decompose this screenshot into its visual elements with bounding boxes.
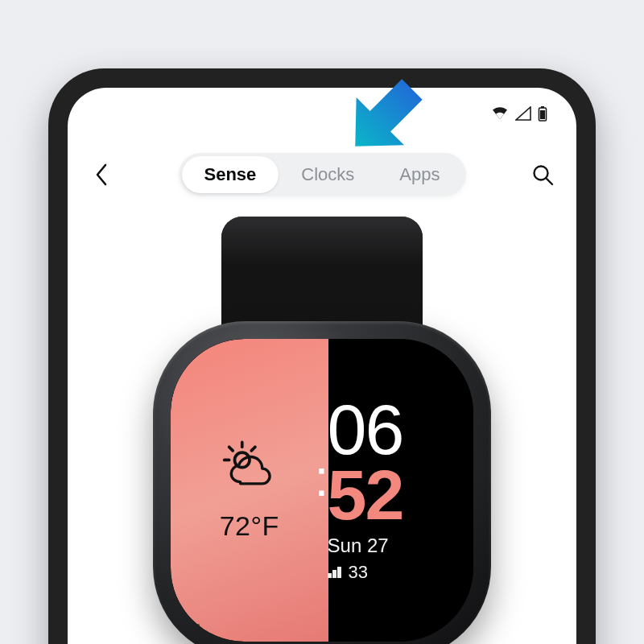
watch-case: 72°F : 06 52 Sun 27 bbox=[153, 321, 491, 644]
floors-stat: 33 bbox=[328, 562, 368, 583]
battery-icon bbox=[538, 105, 547, 122]
svg-line-4 bbox=[547, 179, 552, 184]
tab-clocks[interactable]: Clocks bbox=[279, 156, 377, 193]
tab-label: Apps bbox=[399, 164, 440, 184]
svg-rect-1 bbox=[541, 106, 544, 108]
back-button[interactable] bbox=[85, 159, 118, 191]
page-dots bbox=[184, 624, 200, 627]
phone-frame: Sense Clocks Apps bbox=[48, 68, 596, 644]
search-icon bbox=[531, 163, 554, 186]
phone-screen: Sense Clocks Apps bbox=[68, 88, 576, 644]
time-hours: 06 bbox=[328, 398, 403, 463]
tab-label: Sense bbox=[204, 164, 257, 184]
date-label: Sun 27 bbox=[328, 535, 389, 557]
wifi-icon bbox=[491, 106, 509, 121]
time-minutes: 52 bbox=[328, 463, 403, 528]
floors-value: 33 bbox=[349, 562, 368, 583]
svg-rect-12 bbox=[337, 567, 341, 578]
time-colon: : bbox=[315, 448, 329, 508]
chevron-left-icon bbox=[94, 163, 109, 187]
svg-rect-10 bbox=[328, 573, 332, 578]
top-nav: Sense Clocks Apps bbox=[68, 152, 576, 197]
svg-rect-2 bbox=[540, 110, 545, 119]
tab-sense[interactable]: Sense bbox=[182, 156, 279, 193]
status-bar bbox=[491, 105, 547, 122]
signal-icon bbox=[515, 106, 531, 121]
search-button[interactable] bbox=[526, 159, 559, 191]
tab-label: Clocks bbox=[301, 164, 354, 184]
watchface-left-panel: 72°F bbox=[171, 339, 328, 642]
weather-icon bbox=[220, 440, 279, 502]
watchface-right-panel: : 06 52 Sun 27 3 bbox=[328, 339, 460, 642]
content-area: 72°F : 06 52 Sun 27 bbox=[68, 217, 576, 644]
svg-line-8 bbox=[229, 447, 233, 451]
svg-line-9 bbox=[251, 447, 255, 451]
segmented-tabs: Sense Clocks Apps bbox=[179, 153, 466, 196]
floors-icon bbox=[328, 562, 344, 583]
tab-apps[interactable]: Apps bbox=[377, 156, 462, 193]
svg-rect-11 bbox=[332, 570, 336, 578]
temperature-value: 72°F bbox=[220, 510, 279, 542]
watch-display: 72°F : 06 52 Sun 27 bbox=[171, 339, 473, 642]
svg-point-3 bbox=[535, 167, 548, 180]
